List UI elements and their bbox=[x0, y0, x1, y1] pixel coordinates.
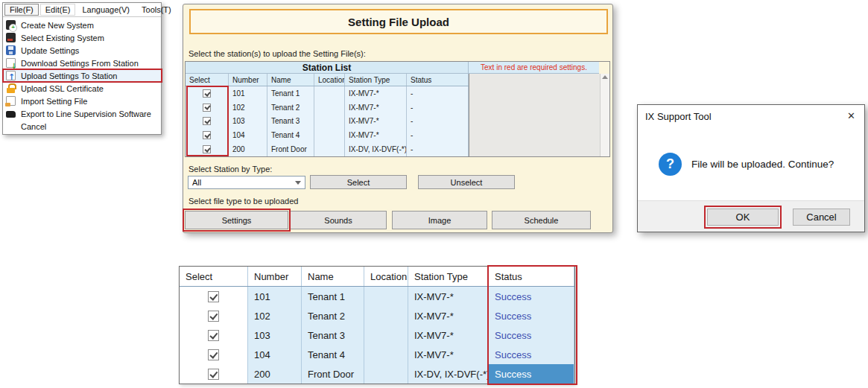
menu-bar-item-tools-t[interactable]: Tools(T) bbox=[136, 4, 177, 16]
cell-location bbox=[314, 101, 345, 115]
cell-name: Tenant 2 bbox=[267, 101, 314, 115]
menu-item-cancel[interactable]: Cancel bbox=[3, 120, 161, 133]
cancel-button-label: Cancel bbox=[806, 212, 836, 223]
cell-status: Success bbox=[489, 364, 574, 384]
column-header-number: Number bbox=[229, 74, 267, 86]
menu-bar-item-file-f[interactable]: File(F) bbox=[4, 4, 39, 16]
cell-number: 103 bbox=[248, 325, 302, 345]
column-header-select: Select bbox=[186, 74, 229, 86]
cell-status: Success bbox=[489, 325, 574, 345]
image-button[interactable]: Image bbox=[392, 211, 487, 229]
settings-button[interactable]: Settings bbox=[185, 211, 288, 229]
cell-status: - bbox=[407, 142, 469, 156]
ok-button[interactable]: OK bbox=[707, 209, 779, 226]
sounds-button-label: Sounds bbox=[324, 216, 352, 225]
cell-location bbox=[364, 364, 408, 384]
column-header-name: Name bbox=[267, 74, 314, 86]
cell-location bbox=[364, 287, 408, 306]
upload-settings-icon bbox=[6, 71, 16, 80]
close-icon[interactable]: ✕ bbox=[847, 111, 855, 121]
cell-number: 101 bbox=[248, 287, 302, 306]
checkbox[interactable] bbox=[208, 291, 219, 302]
station-list-body: SelectNumberNameLocationStation TypeStat… bbox=[186, 74, 609, 156]
update-settings-icon bbox=[6, 45, 16, 55]
checkbox[interactable] bbox=[208, 349, 219, 360]
table-row: 101Tenant 1IX-MV7-*Success bbox=[180, 287, 574, 306]
menu-item-label: Upload SSL Certificate bbox=[21, 84, 104, 93]
download-settings-icon bbox=[6, 58, 16, 68]
cell-number: 200 bbox=[248, 364, 302, 384]
checkbox[interactable] bbox=[208, 330, 219, 341]
menu-item-update-settings[interactable]: Update Settings bbox=[3, 44, 161, 57]
checkbox[interactable] bbox=[208, 369, 219, 380]
cell-location bbox=[364, 345, 408, 364]
table-row: 102Tenant 2IX-MV7-*Success bbox=[180, 306, 574, 325]
dialog-titlebar: IX Support Tool ✕ bbox=[638, 105, 864, 127]
checkbox[interactable] bbox=[203, 145, 211, 153]
cell-station-type: IX-MV7-* bbox=[408, 345, 489, 364]
menu-item-upload-ssl-certificate[interactable]: Upload SSL Certificate bbox=[3, 82, 161, 95]
checkbox[interactable] bbox=[203, 117, 211, 125]
cell-status: - bbox=[407, 115, 469, 129]
cell-number: 102 bbox=[229, 101, 267, 115]
checkbox[interactable] bbox=[208, 311, 219, 322]
table-row: 103Tenant 3IX-MV7-*Success bbox=[180, 325, 574, 345]
menu-item-label: Select Existing System bbox=[21, 34, 104, 42]
cell-location bbox=[314, 86, 345, 101]
cell-location bbox=[364, 325, 408, 345]
checkbox[interactable] bbox=[203, 131, 211, 139]
table-row: 101Tenant 1IX-MV7-*- bbox=[186, 86, 469, 101]
sounds-button[interactable]: Sounds bbox=[290, 211, 387, 229]
select-by-type-label: Select Station by Type: bbox=[189, 165, 272, 174]
cell-status: - bbox=[407, 86, 469, 101]
cell-name: Tenant 1 bbox=[302, 287, 364, 306]
ssl-lock-icon bbox=[6, 83, 16, 93]
station-list-group: Station List Text in red are required se… bbox=[185, 61, 610, 157]
cell-station-type: IX-MV7-* bbox=[345, 115, 407, 129]
menu-item-select-existing-system[interactable]: Select Existing System bbox=[3, 31, 161, 44]
confirm-dialog: IX Support Tool ✕ ? File will be uploade… bbox=[637, 104, 865, 232]
table-row: 104Tenant 4IX-MV7-*Success bbox=[180, 345, 574, 364]
menu-item-label: Download Settings From Station bbox=[21, 59, 139, 68]
cancel-button[interactable]: Cancel bbox=[793, 209, 850, 226]
unselect-button-label: Unselect bbox=[451, 178, 483, 187]
cell-select bbox=[186, 101, 229, 115]
menu-item-label: Export to Line Supervision Software bbox=[21, 109, 151, 118]
scrollbar[interactable] bbox=[600, 74, 609, 156]
cell-station-type: IX-DV, IX-DVF(-*) bbox=[345, 142, 407, 156]
table-row: 200Front DoorIX-DV, IX-DVF(-*)Success bbox=[180, 364, 574, 384]
cell-select bbox=[180, 287, 248, 306]
menu-item-export-to-line-supervision-software[interactable]: Export to Line Supervision Software bbox=[3, 107, 161, 120]
menu-item-upload-settings-to-station[interactable]: Upload Settings To Station bbox=[3, 69, 161, 82]
column-header-number: Number bbox=[248, 267, 302, 286]
cell-number: 103 bbox=[229, 115, 267, 129]
result-table-header: SelectNumberNameLocationStation TypeStat… bbox=[180, 267, 574, 287]
cell-name: Tenant 2 bbox=[302, 306, 364, 325]
cell-number: 200 bbox=[229, 142, 267, 156]
menu-item-label: Upload Settings To Station bbox=[21, 71, 117, 80]
schedule-button[interactable]: Schedule bbox=[492, 211, 591, 229]
ok-button-label: OK bbox=[736, 212, 750, 223]
menu-item-create-new-system[interactable]: Create New System bbox=[3, 19, 161, 31]
unselect-button[interactable]: Unselect bbox=[418, 175, 515, 189]
chevron-down-icon bbox=[295, 181, 301, 185]
cell-name: Front Door bbox=[267, 142, 314, 156]
menu-item-label: Create New System bbox=[21, 21, 94, 30]
window-title-box: Setting File Upload bbox=[189, 9, 608, 34]
scrollbar-up-arrow-icon[interactable] bbox=[602, 75, 608, 79]
menu-item-download-settings-from-station[interactable]: Download Settings From Station bbox=[3, 57, 161, 69]
checkbox[interactable] bbox=[203, 89, 211, 98]
station-type-dropdown[interactable]: All bbox=[188, 176, 305, 189]
menu-bar-item-edit-e[interactable]: Edit(E) bbox=[40, 4, 76, 16]
image-button-label: Image bbox=[428, 216, 452, 225]
menu-item-import-setting-file[interactable]: Import Setting File bbox=[3, 95, 161, 107]
cell-select bbox=[186, 128, 229, 142]
cell-number: 104 bbox=[229, 128, 267, 142]
select-button[interactable]: Select bbox=[310, 175, 407, 189]
column-header-location: Location bbox=[314, 74, 345, 86]
station-table: SelectNumberNameLocationStation TypeStat… bbox=[186, 74, 469, 156]
menu-bar-item-language-v[interactable]: Language(V) bbox=[77, 4, 135, 16]
station-type-dropdown-value: All bbox=[192, 178, 201, 187]
checkbox[interactable] bbox=[203, 104, 211, 112]
band-gutter bbox=[599, 62, 609, 74]
